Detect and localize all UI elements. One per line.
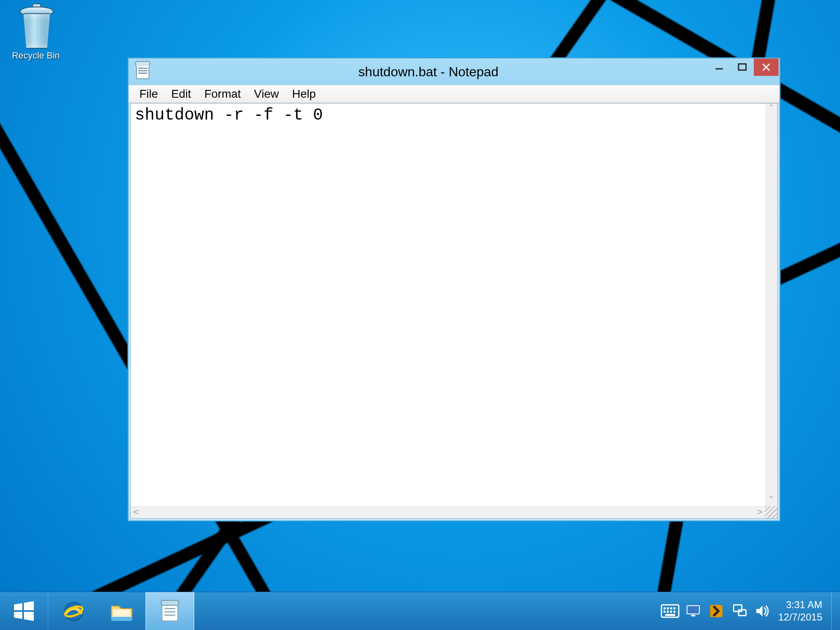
monitor-icon (686, 604, 700, 618)
menu-file[interactable]: File (133, 86, 165, 102)
menu-format[interactable]: Format (198, 86, 247, 102)
svg-marker-5 (24, 601, 34, 610)
notepad-window[interactable]: shutdown.bat - Notepad File Edit Format … (128, 58, 780, 521)
svg-rect-22 (673, 607, 675, 609)
tray-network[interactable] (730, 602, 748, 620)
svg-rect-31 (734, 605, 742, 611)
resize-grip[interactable] (765, 506, 777, 518)
desktop-icon-label: Recycle Bin (5, 50, 67, 61)
window-title: shutdown.bat - Notepad (149, 64, 708, 80)
svg-marker-6 (14, 612, 22, 619)
titlebar[interactable]: shutdown.bat - Notepad (129, 59, 779, 85)
tray-plex[interactable] (707, 602, 725, 620)
show-desktop-button[interactable] (831, 592, 838, 630)
svg-rect-23 (664, 611, 666, 613)
svg-rect-19 (664, 607, 666, 609)
taskbar-right: 3:31 AM 12/7/2015 (661, 592, 840, 630)
maximize-button[interactable] (731, 59, 754, 76)
svg-rect-21 (670, 607, 672, 609)
taskbar-app-ie[interactable] (50, 592, 98, 630)
recycle-bin-icon (17, 3, 54, 49)
svg-marker-7 (24, 612, 34, 621)
svg-rect-14 (161, 600, 179, 605)
notepad-taskbar-icon (160, 599, 180, 623)
folder-icon (110, 600, 134, 622)
tray-intel-graphics[interactable] (684, 602, 702, 620)
speaker-icon (755, 604, 770, 618)
minimize-button[interactable] (708, 59, 731, 76)
scroll-up-icon: ˄ (769, 103, 774, 114)
svg-rect-20 (667, 607, 669, 609)
svg-rect-27 (665, 614, 675, 616)
taskbar-app-notepad[interactable] (146, 592, 194, 630)
text-editor[interactable]: shutdown -r -f -t 0 (131, 103, 765, 506)
menu-help[interactable]: Help (285, 86, 322, 102)
close-button[interactable] (754, 59, 779, 76)
taskbar: 3:31 AM 12/7/2015 (0, 592, 840, 630)
scroll-left-icon: < (133, 507, 139, 517)
menu-edit[interactable]: Edit (165, 86, 198, 102)
internet-explorer-icon (62, 599, 86, 623)
desktop-wallpaper[interactable]: Recycle Bin shutdown.bat - Notepad File … (0, 0, 840, 630)
svg-rect-26 (673, 611, 675, 613)
svg-rect-30 (710, 605, 722, 617)
window-buttons (708, 59, 779, 76)
plex-icon (710, 605, 722, 617)
close-icon (762, 63, 771, 72)
svg-rect-29 (691, 615, 695, 616)
keyboard-icon (661, 604, 680, 618)
taskbar-clock[interactable]: 3:31 AM 12/7/2015 (776, 599, 826, 623)
svg-rect-28 (687, 606, 699, 614)
clock-date: 12/7/2015 (778, 611, 822, 623)
network-icon (732, 604, 747, 618)
vertical-scrollbar[interactable]: ˄ ˅ (765, 103, 777, 506)
taskbar-left (0, 592, 194, 630)
menubar: File Edit Format View Help (129, 85, 779, 103)
menu-view[interactable]: View (247, 86, 285, 102)
horizontal-scrollbar[interactable]: < > (131, 506, 765, 518)
svg-rect-25 (670, 611, 672, 613)
desktop-icon-recycle-bin[interactable]: Recycle Bin (5, 3, 67, 61)
start-button[interactable] (0, 592, 48, 630)
svg-rect-24 (667, 611, 669, 613)
windows-logo-icon (13, 600, 35, 622)
scroll-down-icon: ˅ (769, 495, 774, 506)
svg-rect-1 (739, 64, 746, 70)
tray-volume[interactable] (753, 602, 772, 620)
taskbar-app-explorer[interactable] (98, 592, 146, 630)
minimize-icon (715, 63, 724, 72)
maximize-icon (738, 63, 747, 72)
svg-marker-4 (14, 603, 22, 610)
clock-time: 3:31 AM (778, 599, 822, 611)
tray-touch-keyboard[interactable] (661, 602, 679, 620)
client-area: shutdown -r -f -t 0 ˄ ˅ < > (130, 103, 778, 519)
notepad-icon (136, 64, 149, 79)
svg-marker-33 (756, 606, 762, 616)
scroll-right-icon: > (757, 507, 762, 517)
svg-rect-12 (111, 617, 132, 621)
